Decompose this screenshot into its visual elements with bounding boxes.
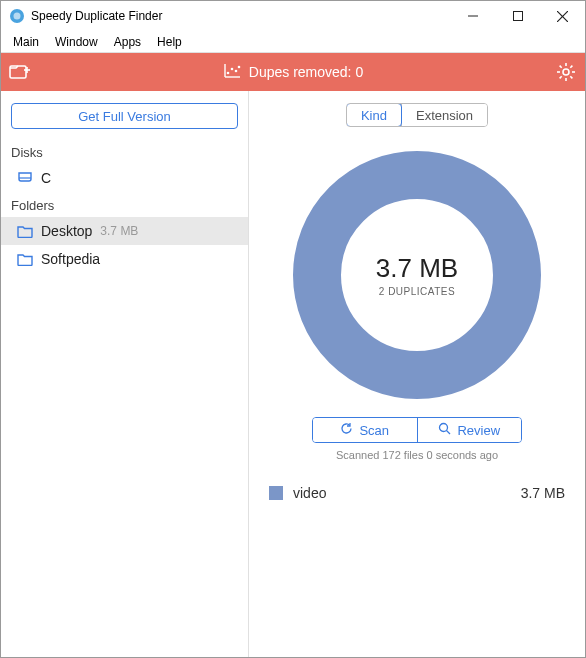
- menu-apps[interactable]: Apps: [106, 33, 149, 51]
- svg-point-26: [440, 424, 448, 432]
- donut-total-size: 3.7 MB: [376, 253, 458, 284]
- folder-item-softpedia[interactable]: Softpedia: [1, 245, 248, 273]
- menu-help[interactable]: Help: [149, 33, 190, 51]
- scan-button[interactable]: Scan: [313, 418, 417, 442]
- chart-icon: [223, 63, 241, 82]
- content: Get Full Version Disks C Folders Desktop…: [1, 91, 585, 657]
- status-count: 0: [355, 64, 363, 80]
- close-button[interactable]: [540, 1, 585, 31]
- refresh-icon: [340, 422, 353, 438]
- toolbar: Dupes removed: 0: [1, 53, 585, 91]
- donut-duplicates-count: 2 DUPLICATES: [376, 286, 458, 297]
- scan-status-text: Scanned 172 files 0 seconds ago: [336, 449, 498, 461]
- app-icon: [9, 8, 25, 24]
- action-buttons: Scan Review: [312, 417, 522, 443]
- legend: video 3.7 MB: [263, 483, 571, 503]
- settings-button[interactable]: [547, 53, 585, 91]
- disk-name: C: [41, 170, 51, 186]
- add-folder-button[interactable]: [1, 53, 39, 91]
- sidebar: Get Full Version Disks C Folders Desktop…: [1, 91, 249, 657]
- menubar: Main Window Apps Help: [1, 31, 585, 53]
- main-panel: Kind Extension 3.7 MB 2 DUPLICATES Scan: [249, 91, 585, 657]
- folder-icon: [17, 252, 33, 266]
- svg-line-22: [570, 66, 572, 68]
- search-icon: [438, 422, 451, 438]
- svg-line-27: [447, 431, 451, 435]
- status-label: Dupes removed:: [249, 64, 352, 80]
- legend-row[interactable]: video 3.7 MB: [263, 483, 571, 503]
- review-button[interactable]: Review: [417, 418, 522, 442]
- svg-point-15: [563, 69, 569, 75]
- svg-rect-3: [513, 12, 522, 21]
- tab-kind[interactable]: Kind: [346, 103, 402, 127]
- svg-line-21: [570, 76, 572, 78]
- tab-extension[interactable]: Extension: [401, 104, 487, 126]
- donut-chart: 3.7 MB 2 DUPLICATES: [287, 145, 547, 405]
- maximize-button[interactable]: [495, 1, 540, 31]
- menu-main[interactable]: Main: [5, 33, 47, 51]
- titlebar: Speedy Duplicate Finder: [1, 1, 585, 31]
- svg-point-12: [230, 67, 233, 70]
- minimize-button[interactable]: [450, 1, 495, 31]
- scan-label: Scan: [359, 423, 389, 438]
- svg-point-13: [234, 69, 237, 72]
- svg-point-1: [14, 13, 21, 20]
- review-label: Review: [457, 423, 500, 438]
- disks-header: Disks: [1, 139, 248, 164]
- folder-size: 3.7 MB: [100, 224, 138, 238]
- menu-window[interactable]: Window: [47, 33, 106, 51]
- window-title: Speedy Duplicate Finder: [31, 9, 450, 23]
- disk-item[interactable]: C: [1, 164, 248, 192]
- svg-line-20: [560, 66, 562, 68]
- legend-swatch: [269, 486, 283, 500]
- svg-point-14: [237, 65, 240, 68]
- svg-line-23: [560, 76, 562, 78]
- folder-name: Softpedia: [41, 251, 100, 267]
- disk-icon: [17, 171, 33, 185]
- view-segmented-control: Kind Extension: [346, 103, 488, 127]
- folder-name: Desktop: [41, 223, 92, 239]
- svg-point-11: [226, 71, 229, 74]
- toolbar-status: Dupes removed: 0: [39, 63, 547, 82]
- legend-size: 3.7 MB: [521, 485, 565, 501]
- get-full-version-button[interactable]: Get Full Version: [11, 103, 238, 129]
- window-controls: [450, 1, 585, 31]
- folder-item-desktop[interactable]: Desktop 3.7 MB: [1, 217, 248, 245]
- legend-label: video: [293, 485, 521, 501]
- folders-header: Folders: [1, 192, 248, 217]
- folder-icon: [17, 224, 33, 238]
